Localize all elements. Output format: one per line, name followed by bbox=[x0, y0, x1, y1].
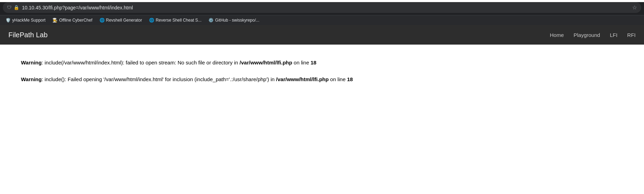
warning-line-warn1: 18 bbox=[311, 60, 317, 65]
nav-link-playground[interactable]: Playground bbox=[573, 32, 600, 38]
bookmark-icon-github: ⚙️ bbox=[208, 18, 214, 23]
warning-path-warn2: /var/www/html/lfi.php bbox=[276, 76, 329, 82]
bookmark-icon-hackme: 🛡️ bbox=[6, 18, 11, 23]
warning-block-warn2: Warning: include(): Failed opening '/var… bbox=[21, 75, 623, 84]
warning-line-warn2: 18 bbox=[347, 76, 353, 82]
bookmark-cyberchef[interactable]: 👨‍🍳Offline CyberChef bbox=[50, 17, 95, 24]
bookmark-label-reverse-cheat: Reverse Shell Cheat S... bbox=[156, 18, 201, 23]
bookmark-star-icon[interactable]: ☆ bbox=[632, 4, 637, 11]
bookmark-icon-revshell: 🌐 bbox=[99, 18, 105, 23]
bookmark-label-github: GitHub - swisskyrepo/... bbox=[215, 18, 259, 23]
warning-block-warn1: Warning: include(/var/www/html/index.htm… bbox=[21, 59, 623, 67]
nav-link-home[interactable]: Home bbox=[550, 32, 564, 38]
bookmark-label-hackme: yHackMe Support bbox=[12, 18, 45, 23]
bookmark-icon-cyberchef: 👨‍🍳 bbox=[52, 18, 58, 23]
main-content: Warning: include(/var/www/html/index.htm… bbox=[0, 45, 644, 177]
site-nav-links: HomePlaygroundLFIRFI bbox=[550, 32, 636, 38]
bookmarks-bar: 🛡️yHackMe Support👨‍🍳Offline CyberChef🌐Re… bbox=[0, 15, 644, 25]
site-title: FilePath Lab bbox=[8, 31, 47, 39]
bookmark-label-cyberchef: Offline CyberChef bbox=[59, 18, 92, 23]
shield-icon: 🛡 bbox=[7, 5, 12, 10]
site-navbar: FilePath Lab HomePlaygroundLFIRFI bbox=[0, 25, 644, 45]
bookmark-label-revshell: Revshell Generator bbox=[106, 18, 142, 23]
security-icons: 🛡 🔒 bbox=[7, 5, 19, 10]
browser-chrome: 🛡 🔒 10.10.45.30/lfi.php?page=/var/www/ht… bbox=[0, 2, 644, 25]
bookmark-icon-reverse-cheat: 🌐 bbox=[149, 18, 154, 23]
nav-link-lfi[interactable]: LFI bbox=[610, 32, 617, 38]
bookmark-revshell[interactable]: 🌐Revshell Generator bbox=[97, 17, 145, 24]
bookmark-hackme[interactable]: 🛡️yHackMe Support bbox=[3, 17, 48, 24]
url-text[interactable]: 10.10.45.30/lfi.php?page=/var/www/html/i… bbox=[22, 5, 629, 10]
warning-path-warn1: /var/www/html/lfi.php bbox=[239, 60, 292, 65]
bookmark-github[interactable]: ⚙️GitHub - swisskyrepo/... bbox=[206, 17, 262, 24]
warning-label-warn2: Warning bbox=[21, 76, 42, 82]
address-bar[interactable]: 🛡 🔒 10.10.45.30/lfi.php?page=/var/www/ht… bbox=[3, 2, 641, 13]
nav-link-rfi[interactable]: RFI bbox=[627, 32, 636, 38]
warning-label-warn1: Warning bbox=[21, 60, 42, 65]
lock-icon: 🔒 bbox=[14, 5, 19, 10]
bookmark-reverse-cheat[interactable]: 🌐Reverse Shell Cheat S... bbox=[146, 17, 204, 24]
